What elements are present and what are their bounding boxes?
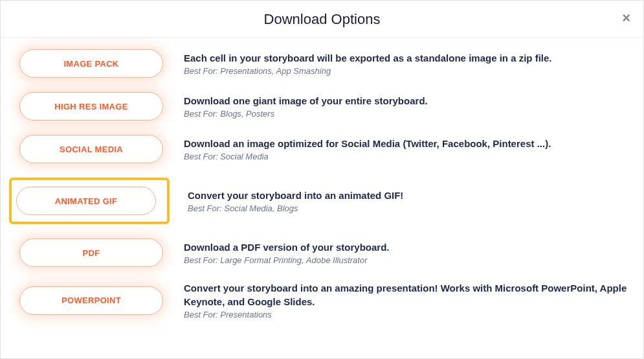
option-sub: Best For: Social Media xyxy=(184,152,627,161)
option-btn-wrap: POWERPOINT xyxy=(17,286,166,315)
option-btn-wrap: PDF xyxy=(17,238,166,267)
option-row-social-media: SOCIAL MEDIA Download an image optimized… xyxy=(17,135,627,163)
option-row-pdf: PDF Download a PDF version of your story… xyxy=(17,238,627,267)
animated-gif-button[interactable]: ANIMATED GIF xyxy=(16,187,156,215)
powerpoint-button[interactable]: POWERPOINT xyxy=(19,286,163,315)
modal-header: Download Options × xyxy=(1,1,643,38)
pdf-button[interactable]: PDF xyxy=(19,238,163,267)
social-media-button[interactable]: SOCIAL MEDIA xyxy=(19,135,163,163)
option-desc: Convert your storyboard into an amazing … xyxy=(166,281,627,319)
close-icon: × xyxy=(622,10,630,26)
options-list: IMAGE PACK Each cell in your storyboard … xyxy=(1,38,643,340)
option-sub: Best For: Presentations, App Smashing xyxy=(184,66,627,76)
option-sub: Best For: Blogs, Posters xyxy=(184,109,627,119)
option-desc: Download a PDF version of your storyboar… xyxy=(166,240,627,265)
option-row-high-res-image: HIGH RES IMAGE Download one giant image … xyxy=(17,92,627,121)
option-sub: Best For: Presentations xyxy=(184,310,627,319)
download-options-modal: Download Options × IMAGE PACK Each cell … xyxy=(0,0,644,359)
option-row-image-pack: IMAGE PACK Each cell in your storyboard … xyxy=(17,49,627,78)
option-row-animated-gif: ANIMATED GIF Convert your storyboard int… xyxy=(17,178,627,224)
option-desc: Download one giant image of your entire … xyxy=(166,94,627,119)
close-button[interactable]: × xyxy=(619,8,633,28)
option-desc: Each cell in your storyboard will be exp… xyxy=(166,51,627,76)
option-desc: Download an image optimized for Social M… xyxy=(166,137,627,161)
option-title: Download an image optimized for Social M… xyxy=(184,137,627,150)
option-title: Convert your storyboard into an amazing … xyxy=(184,281,627,308)
option-title: Convert your storyboard into an animated… xyxy=(188,189,627,202)
option-row-powerpoint: POWERPOINT Convert your storyboard into … xyxy=(17,281,627,319)
option-sub: Best For: Social Media, Blogs xyxy=(188,203,627,213)
option-btn-wrap: IMAGE PACK xyxy=(17,49,166,78)
option-title: Download one giant image of your entire … xyxy=(184,94,627,108)
option-sub: Best For: Large Format Printing, Adobe I… xyxy=(184,255,627,265)
option-btn-wrap-highlighted: ANIMATED GIF xyxy=(9,178,170,224)
option-btn-wrap: HIGH RES IMAGE xyxy=(17,92,166,121)
modal-title: Download Options xyxy=(1,11,643,28)
image-pack-button[interactable]: IMAGE PACK xyxy=(19,49,163,78)
option-title: Each cell in your storyboard will be exp… xyxy=(184,51,627,65)
option-desc: Convert your storyboard into an animated… xyxy=(170,189,627,213)
option-title: Download a PDF version of your storyboar… xyxy=(184,240,627,254)
high-res-image-button[interactable]: HIGH RES IMAGE xyxy=(19,92,163,121)
option-btn-wrap: SOCIAL MEDIA xyxy=(17,135,166,163)
